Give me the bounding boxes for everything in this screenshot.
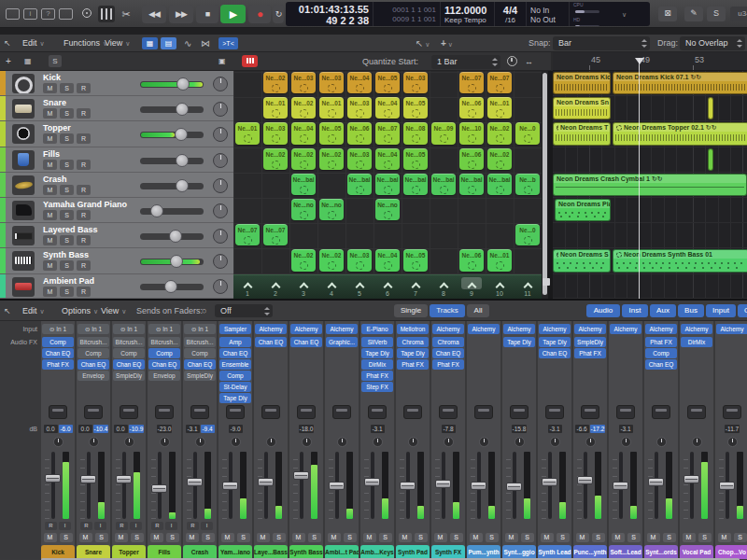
loop-cell[interactable]: Ne...10 [459,122,484,145]
region-fragment[interactable] [708,97,713,119]
mute-button[interactable]: M [434,533,447,542]
channel-input-slot[interactable]: Alchemy [326,324,358,334]
solo-button[interactable]: S [592,533,605,542]
info-icon[interactable]: i [23,8,37,20]
record-enable-button[interactable]: R [45,522,57,530]
menu-edit[interactable]: Edit∨ [22,37,45,49]
channel-input-slot[interactable]: Alchemy [432,324,464,334]
loop-cell[interactable]: Ne...no [291,199,316,220]
loop-cell[interactable]: Ne...03 [319,72,344,93]
fader-cap[interactable] [400,482,416,490]
channel-input-slot[interactable]: E-Piano [361,324,393,334]
channel-input-slot[interactable]: ⊙ In 1 [113,324,145,334]
loop-cell[interactable]: Ne...05 [375,72,400,93]
audio-fx-slot[interactable]: SmpleDly [184,371,216,381]
bar-ruler[interactable]: 454953 [553,52,747,71]
pan-knob[interactable] [213,229,228,244]
channel-input-slot[interactable]: Alchemy [610,324,641,334]
mixer-view-tracks[interactable]: Tracks [430,304,465,317]
solo-button[interactable]: S [663,533,676,542]
channel-input-slot[interactable]: Alchemy [468,324,500,334]
lcd-display[interactable]: 01:01:43:13.55 49 2 2 38 0001 1 1 001 00… [286,2,650,26]
fader-cap[interactable] [435,480,451,488]
link-icon[interactable]: ↖ [4,305,11,317]
pan-knob[interactable] [213,254,228,269]
audio-fx-slot[interactable]: Comp [148,348,180,358]
track-header-crash[interactable]: CrashMSR [0,173,233,198]
audio-fx-slot[interactable]: Phat FX [432,359,464,370]
loop-cell[interactable]: Ne...05 [403,148,428,170]
loop-cell[interactable]: Ne...07 [263,224,288,245]
loop-cell[interactable]: Ne...02 [319,249,344,272]
loop-cell[interactable]: Ne...04 [291,122,316,145]
channel-pan-knob[interactable] [160,437,170,447]
audio-fx-slot[interactable]: Comp [42,337,74,347]
mute-button[interactable]: M [79,533,92,542]
mute-button[interactable]: M [43,235,57,245]
solo-button[interactable]: S [237,533,250,542]
track-header-synth-bass[interactable]: Synth BassMSR [0,248,233,274]
channel-pan-knob[interactable] [89,437,99,447]
solo-button[interactable]: S [60,185,74,195]
pan-knob[interactable] [213,77,228,91]
audio-fx-slot[interactable]: Tape Dly [219,393,251,403]
channel-input-slot[interactable]: Alchemy [716,324,747,334]
list-view-button[interactable]: ▤ [161,37,176,49]
channel-name[interactable]: Vocal Pad [680,545,713,559]
solo-button[interactable]: S [344,533,357,542]
audio-fx-slot[interactable]: Phat FX [397,359,429,370]
region[interactable]: Neon Dreams Topper 02.1↻↻ [613,122,747,146]
audio-fx-slot[interactable]: Phat FX [361,371,393,381]
channel-input-slot[interactable]: Alchemy [574,324,606,334]
channel-input-slot[interactable]: Alchemy [290,324,322,334]
channel-pan-knob[interactable] [550,437,560,447]
audio-fx-slot[interactable]: Tape Dly [539,337,571,347]
solo-button[interactable]: S [60,287,74,297]
loop-cell[interactable]: Ne...02 [487,122,512,145]
region[interactable]: Neon Dreams Kick 07.1↻↻ [613,72,747,94]
mute-button[interactable]: M [612,533,625,542]
pointer-tool-button[interactable]: ↖ ∨ [416,37,430,50]
fader-cap[interactable] [329,482,345,490]
record-enable-button[interactable]: R [80,522,92,530]
loop-cell[interactable]: Ne...b [515,174,540,195]
loop-cell[interactable]: Ne...bal [487,174,512,195]
mute-button[interactable]: M [43,83,57,93]
mute-button[interactable]: M [718,533,731,542]
audio-fx-slot[interactable]: Phat FX [574,348,606,358]
input-monitor-button[interactable]: I [94,522,106,530]
media-browser-icon[interactable] [59,8,73,20]
play-button[interactable]: ▶ [220,5,246,23]
mute-button[interactable]: M [43,185,57,195]
audio-fx-slot[interactable]: Chan EQ [184,359,216,370]
forward-button[interactable]: ▶▶ [169,5,193,23]
fader-cap[interactable] [506,483,522,491]
solo-button[interactable]: S [60,533,73,542]
record-enable-button[interactable] [242,55,258,67]
column-trigger-3[interactable] [293,277,314,289]
channel-pan-knob[interactable] [195,437,205,447]
record-button[interactable]: ● [248,5,271,23]
channel-pan-knob[interactable] [514,437,525,447]
mute-button[interactable]: M [150,533,163,542]
glue-icon[interactable]: ∿ [184,37,191,49]
channel-name[interactable]: Kick [41,545,75,559]
volume-slider-cap[interactable] [150,204,163,217]
mute-button[interactable]: M [683,533,696,542]
channel-name[interactable]: Amb...Keys [360,545,394,559]
volume-slider-cap[interactable] [176,103,189,116]
loop-cell[interactable]: Ne...02 [487,148,512,170]
close-group-icon[interactable]: ⊠ [658,7,677,21]
mixer-filter-aux[interactable]: Aux [650,304,676,317]
channel-name[interactable]: Synth Lead [538,545,571,559]
fader-cap[interactable] [187,478,203,486]
mixer-menu-options[interactable]: Options∨ [62,305,98,317]
record-button[interactable]: R [77,235,91,245]
channel-pan-knob[interactable] [302,437,312,447]
loop-cell[interactable]: Ne...03 [291,72,316,93]
mixer-view-all[interactable]: All [467,304,489,317]
fader-cap[interactable] [364,478,380,486]
audio-fx-slot[interactable]: Chan EQ [148,359,180,370]
pan-knob[interactable] [213,203,228,218]
solo-button[interactable]: S [60,210,74,220]
